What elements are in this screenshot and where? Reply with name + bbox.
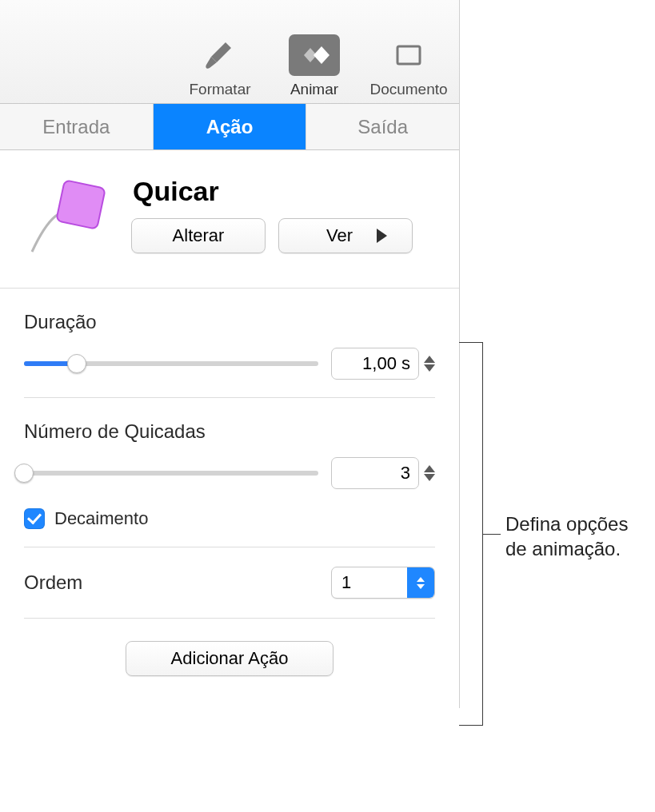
add-action-button[interactable]: Adicionar Ação: [126, 641, 333, 676]
stepper-up-icon[interactable]: [424, 356, 435, 363]
play-icon: [377, 229, 387, 243]
bounces-field[interactable]: [331, 457, 419, 489]
diamond-icon: [289, 34, 340, 76]
tab-action[interactable]: Ação: [154, 104, 307, 149]
effect-header: Quicar Alterar Ver: [0, 150, 459, 289]
order-select[interactable]: 1: [331, 567, 435, 599]
change-effect-button[interactable]: Alterar: [131, 218, 266, 253]
bounces-slider[interactable]: [24, 464, 318, 483]
order-value: 1: [332, 567, 407, 598]
preview-button[interactable]: Ver: [278, 218, 413, 253]
stepper-up-icon[interactable]: [424, 465, 435, 472]
duration-label: Duração: [24, 311, 435, 333]
footer: Adicionar Ação: [24, 619, 435, 708]
bounces-block: Número de Quicadas Decaimento: [24, 398, 435, 547]
tab-build-out[interactable]: Saída: [306, 104, 459, 149]
decay-label: Decaimento: [54, 508, 148, 529]
brush-icon: [194, 34, 246, 76]
decay-checkbox[interactable]: [24, 508, 45, 529]
svg-rect-1: [56, 180, 106, 229]
svg-rect-0: [397, 46, 420, 64]
stepper-down-icon[interactable]: [424, 364, 435, 372]
bounce-effect-icon: [24, 176, 120, 264]
preview-label: Ver: [326, 225, 353, 246]
bounces-label: Número de Quicadas: [24, 420, 435, 443]
callout-tick: [483, 534, 501, 535]
bounces-stepper[interactable]: [331, 457, 435, 489]
duration-field[interactable]: [331, 348, 419, 380]
callout-text: Defina opções de animação.: [505, 511, 649, 561]
tab-build-in[interactable]: Entrada: [0, 104, 154, 149]
callout-bracket: [459, 342, 483, 726]
toolbar-format[interactable]: Formatar: [173, 34, 267, 103]
toolbar-animate[interactable]: Animar: [267, 34, 361, 103]
toolbar-animate-label: Animar: [267, 81, 361, 98]
toolbar-document-label: Documento: [361, 81, 456, 98]
animation-settings: Duração Número de Quicadas: [0, 289, 459, 708]
select-arrows-icon[interactable]: [407, 567, 434, 598]
order-block: Ordem 1: [24, 547, 435, 619]
duration-stepper[interactable]: [331, 348, 435, 380]
animation-tabs: Entrada Ação Saída: [0, 104, 459, 150]
document-icon: [383, 34, 434, 76]
toolbar: Formatar Animar Documento: [0, 0, 459, 104]
decay-row[interactable]: Decaimento: [24, 508, 435, 529]
toolbar-format-label: Formatar: [173, 81, 267, 98]
inspector-panel: Formatar Animar Documento Entrada Ação S…: [0, 0, 460, 708]
stepper-down-icon[interactable]: [424, 474, 435, 481]
duration-slider[interactable]: [24, 354, 318, 373]
duration-block: Duração: [24, 289, 435, 398]
effect-title: Quicar: [133, 176, 413, 207]
order-label: Ordem: [24, 571, 82, 594]
toolbar-document[interactable]: Documento: [361, 34, 456, 103]
